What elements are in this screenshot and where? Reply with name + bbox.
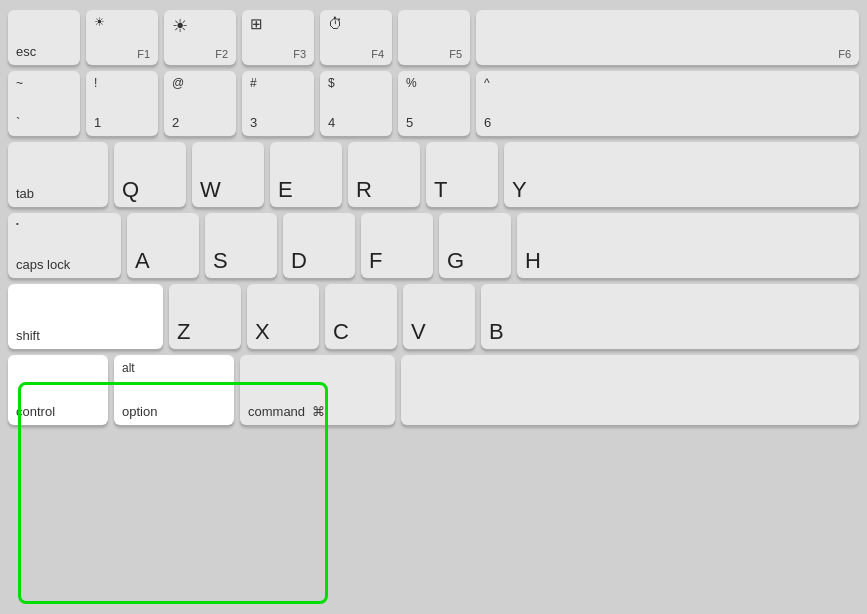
key-5[interactable]: % 5: [398, 71, 470, 136]
tab-label: tab: [16, 186, 34, 201]
capslock-label: caps lock: [16, 257, 70, 272]
key4-bottom: 4: [328, 115, 335, 130]
b-label: B: [489, 321, 504, 343]
f3-label: F3: [293, 48, 306, 60]
key-f3[interactable]: ⊞ F3: [242, 10, 314, 65]
v-label: V: [411, 321, 426, 343]
esc-label: esc: [16, 44, 36, 59]
key2-bottom: 2: [172, 115, 179, 130]
z-label: Z: [177, 321, 190, 343]
q-label: Q: [122, 179, 139, 201]
key2-top: @: [172, 76, 184, 90]
w-label: W: [200, 179, 221, 201]
key-f1[interactable]: ☀ F1: [86, 10, 158, 65]
key-t[interactable]: T: [426, 142, 498, 207]
e-label: E: [278, 179, 293, 201]
key-alt[interactable]: alt option: [114, 355, 234, 425]
f6-label: F6: [838, 48, 851, 60]
s-label: S: [213, 250, 228, 272]
key-h[interactable]: H: [517, 213, 859, 278]
key6-bottom: 6: [484, 115, 491, 130]
key-2[interactable]: @ 2: [164, 71, 236, 136]
d-label: D: [291, 250, 307, 272]
alt-top-label: alt: [122, 361, 135, 375]
key-command[interactable]: command ⌘: [240, 355, 395, 425]
key-v[interactable]: V: [403, 284, 475, 349]
key4-top: $: [328, 76, 335, 90]
key-f2[interactable]: ☀ F2: [164, 10, 236, 65]
key-space[interactable]: [401, 355, 859, 425]
key-y[interactable]: Y: [504, 142, 859, 207]
key-f[interactable]: F: [361, 213, 433, 278]
f1-label: F1: [137, 48, 150, 60]
key-e[interactable]: E: [270, 142, 342, 207]
key5-bottom: 5: [406, 115, 413, 130]
key-tab[interactable]: tab: [8, 142, 108, 207]
a-label: A: [135, 250, 150, 272]
y-label: Y: [512, 179, 527, 201]
command-label: command ⌘: [248, 404, 325, 419]
f4-icon: ⏱: [328, 15, 343, 32]
f4-label: F4: [371, 48, 384, 60]
key-shift[interactable]: shift: [8, 284, 163, 349]
f2-label: F2: [215, 48, 228, 60]
key-control[interactable]: control: [8, 355, 108, 425]
key-f6[interactable]: F6: [476, 10, 859, 65]
key-1[interactable]: ! 1: [86, 71, 158, 136]
key1-bottom: 1: [94, 115, 101, 130]
key3-bottom: 3: [250, 115, 257, 130]
key-3[interactable]: # 3: [242, 71, 314, 136]
x-label: X: [255, 321, 270, 343]
key6-top: ^: [484, 76, 490, 90]
f3-icon: ⊞: [250, 15, 263, 33]
key-x[interactable]: X: [247, 284, 319, 349]
key-c[interactable]: C: [325, 284, 397, 349]
t-label: T: [434, 179, 447, 201]
tilde-bottom: `: [16, 115, 20, 130]
key-z[interactable]: Z: [169, 284, 241, 349]
key-4[interactable]: $ 4: [320, 71, 392, 136]
key-d[interactable]: D: [283, 213, 355, 278]
key-esc[interactable]: esc: [8, 10, 80, 65]
key1-top: !: [94, 76, 97, 90]
key-f4[interactable]: ⏱ F4: [320, 10, 392, 65]
key-a[interactable]: A: [127, 213, 199, 278]
key-b[interactable]: B: [481, 284, 859, 349]
tilde-top: ~: [16, 76, 23, 90]
f5-label: F5: [449, 48, 462, 60]
key-g[interactable]: G: [439, 213, 511, 278]
key-tilde[interactable]: ~ `: [8, 71, 80, 136]
key5-top: %: [406, 76, 417, 90]
key-q[interactable]: Q: [114, 142, 186, 207]
key-f5[interactable]: F5: [398, 10, 470, 65]
f-label: F: [369, 250, 382, 272]
key-w[interactable]: W: [192, 142, 264, 207]
key-6[interactable]: ^ 6: [476, 71, 859, 136]
shift-label: shift: [16, 328, 40, 343]
key3-top: #: [250, 76, 257, 90]
f2-icon: ☀: [172, 15, 188, 37]
f1-icon: ☀: [94, 15, 105, 29]
key-capslock[interactable]: • caps lock: [8, 213, 121, 278]
h-label: H: [525, 250, 541, 272]
key-s[interactable]: S: [205, 213, 277, 278]
key-r[interactable]: R: [348, 142, 420, 207]
alt-bottom-label: option: [122, 404, 157, 419]
c-label: C: [333, 321, 349, 343]
keyboard: esc ☀ F1 ☀ F2 ⊞ F3 ⏱ F4 F5 F6 ~ `: [0, 0, 867, 614]
r-label: R: [356, 179, 372, 201]
g-label: G: [447, 250, 464, 272]
control-label: control: [16, 404, 55, 419]
